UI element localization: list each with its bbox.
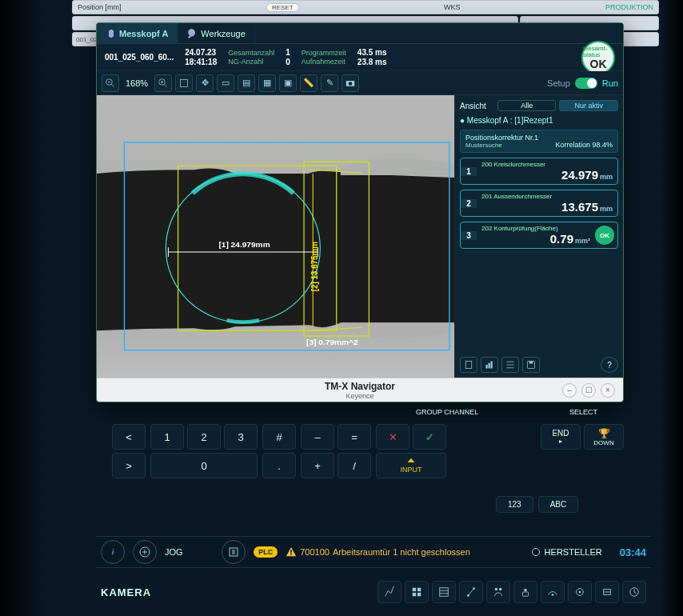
svg-rect-28: [417, 593, 421, 596]
svg-rect-2: [181, 79, 188, 86]
minimize-button[interactable]: –: [562, 383, 577, 398]
view-active-button[interactable]: Nur aktiv: [559, 100, 618, 111]
prog-val: 43.5 ms: [357, 48, 387, 58]
tab-label: Werkzeuge: [201, 29, 245, 38]
nav-toolbar: 168% ✥ ▭ ▤ ▦ ▣ 📏 ✎ Setup Run: [97, 71, 623, 95]
bot-tool-10[interactable]: [622, 581, 646, 603]
plus-key[interactable]: +: [301, 453, 334, 478]
auf-val: 23.8 ms: [357, 58, 387, 67]
row-name: 200 Kreisdurchmesser: [481, 161, 613, 168]
svg-rect-16: [486, 365, 488, 369]
bottom-toolbar: KAMERA: [96, 576, 651, 608]
mode-chip[interactable]: [133, 540, 157, 564]
maximize-button[interactable]: ☐: [581, 383, 596, 398]
run-label: Run: [602, 78, 618, 88]
num-2-key[interactable]: 2: [187, 424, 221, 450]
side-panel: Ansicht Alle Nur aktiv ● Messkopf A : [1…: [455, 95, 623, 378]
sub-123-key[interactable]: 123: [496, 496, 533, 513]
footer-help-icon[interactable]: ?: [601, 357, 618, 373]
nav-meta: 001_025_060_60... 24.07.2318:41:18 Gesam…: [97, 44, 623, 71]
footer-save-icon[interactable]: [522, 357, 540, 373]
measurement-row-1[interactable]: 1 200 Kreisdurchmesser24.979mm: [460, 158, 618, 185]
svg-point-34: [524, 589, 527, 592]
close-button[interactable]: ×: [601, 383, 615, 398]
info-icon[interactable]: i: [101, 540, 125, 564]
kamera-label: KAMERA: [101, 586, 151, 598]
down-key[interactable]: 🏆DOWN: [584, 424, 624, 450]
zoom-out-button[interactable]: [102, 74, 119, 92]
hash-key[interactable]: #: [262, 424, 296, 450]
produktion-label: PRODUKTION: [605, 3, 653, 11]
ng-val: 0: [286, 58, 290, 67]
row-name: 202 Konturprüfung(Fläche): [481, 225, 590, 232]
window-subtitle: Keyence: [345, 392, 373, 400]
cancel-key[interactable]: ✕: [376, 424, 409, 450]
row-name: 201 Aussendurchmesser: [481, 193, 613, 200]
bot-tool-4[interactable]: [459, 581, 483, 603]
layer2-button[interactable]: ▤: [238, 74, 255, 92]
dot-key[interactable]: .: [262, 453, 296, 478]
bot-tool-7[interactable]: [541, 581, 565, 603]
row-index: 2: [461, 199, 477, 208]
window-title: TM-X Navigator: [325, 381, 395, 392]
sub-abc-key[interactable]: ABC: [538, 496, 579, 513]
prog-label: Programmzeit: [302, 49, 346, 58]
bot-tool-9[interactable]: [595, 581, 619, 603]
select-label: SELECT: [569, 408, 597, 416]
side-footer: ?: [460, 352, 618, 373]
grid-button[interactable]: ▣: [279, 74, 297, 92]
keypad: < > 1 2 3 0 # . – = + / ✕ ✓ INPUT END▸ 🏆…: [112, 424, 624, 478]
num-0-key[interactable]: 0: [150, 453, 258, 478]
navigator-window: Messkopf A Werkzeuge 001_025_060_60... 2…: [96, 22, 624, 402]
zoom-in-button[interactable]: [154, 74, 172, 92]
measure-3-text: [3] 0.79mm^2: [306, 338, 358, 346]
num-3-key[interactable]: 3: [224, 424, 258, 450]
bot-tool-6[interactable]: [513, 581, 537, 603]
bot-tool-3[interactable]: [432, 581, 456, 603]
confirm-key[interactable]: ✓: [413, 424, 446, 450]
svg-point-33: [499, 588, 502, 591]
footer-chart-icon[interactable]: [481, 357, 498, 373]
program-chip[interactable]: [222, 540, 246, 564]
tab-werkzeuge[interactable]: Werkzeuge: [178, 23, 255, 43]
svg-rect-24: [290, 554, 292, 555]
reset-pill[interactable]: RESET: [266, 3, 299, 12]
measurement-viewport[interactable]: [1] 24.979mm [2] 13.675mm [3] 0.79mm^2: [97, 95, 455, 378]
footer-list-icon[interactable]: [501, 357, 519, 373]
status-ok-badge: Gesamt-statusOK: [581, 41, 615, 74]
tab-messkopf-a[interactable]: Messkopf A: [97, 23, 178, 43]
nav-right-key[interactable]: >: [112, 453, 146, 478]
minus-key[interactable]: –: [301, 424, 334, 450]
svg-rect-25: [413, 588, 416, 591]
svg-rect-26: [417, 588, 421, 591]
snapshot-button[interactable]: [342, 74, 359, 92]
pan-button[interactable]: ✥: [196, 74, 214, 92]
measurement-row-3[interactable]: 3 202 Konturprüfung(Fläche)0.79mm² OK: [460, 222, 618, 249]
warning-message[interactable]: 700100 Arbeitsraumtür 1 nicht geschlosse…: [286, 546, 470, 558]
ruler-button[interactable]: 📏: [300, 74, 318, 92]
slash-key[interactable]: /: [338, 453, 371, 478]
run-toggle[interactable]: [575, 78, 597, 89]
num-1-key[interactable]: 1: [150, 424, 184, 450]
fit-button[interactable]: [175, 74, 193, 92]
bot-tool-1[interactable]: [377, 581, 401, 603]
clock-label: 03:44: [620, 546, 646, 558]
group-channel-label: GROUP CHANNEL: [416, 408, 478, 416]
footer-doc-icon[interactable]: [460, 357, 477, 373]
input-key[interactable]: INPUT: [376, 453, 446, 478]
file-name: 001_025_060_60...: [105, 53, 174, 62]
annotate-button[interactable]: ✎: [321, 74, 338, 92]
bot-tool-5[interactable]: [486, 581, 510, 603]
measurement-row-2[interactable]: 2 201 Aussendurchmesser13.675mm: [460, 190, 618, 217]
layer1-button[interactable]: ▭: [217, 74, 234, 92]
view-label: Ansicht: [460, 102, 494, 110]
bot-tool-8[interactable]: [568, 581, 592, 603]
layer3-button[interactable]: ▦: [258, 74, 276, 92]
equals-key[interactable]: =: [338, 424, 371, 450]
end-key[interactable]: END▸: [541, 424, 581, 450]
view-all-button[interactable]: Alle: [497, 100, 557, 111]
bot-tool-2[interactable]: [405, 581, 429, 603]
nav-left-key[interactable]: <: [112, 424, 146, 450]
svg-rect-35: [523, 592, 529, 596]
measure-1-text: [1] 24.979mm: [218, 240, 270, 249]
